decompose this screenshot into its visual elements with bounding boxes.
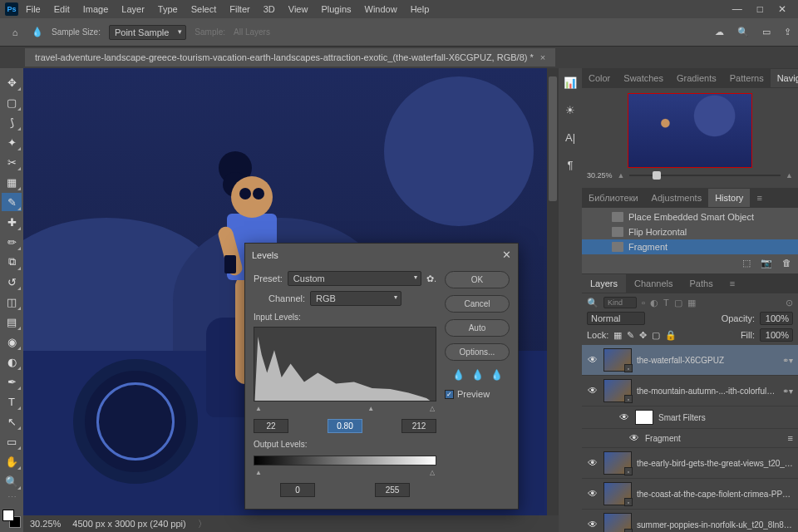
auto-button[interactable]: Auto [445,319,510,337]
gray-eyedropper-icon[interactable]: 💧 [471,369,484,381]
shape-tool[interactable]: ▭ [2,432,22,451]
tab-color[interactable]: Color [582,69,617,87]
crop-tool[interactable]: ✂ [2,153,22,171]
zoom-level[interactable]: 30.25% [30,519,61,529]
new-snapshot-icon[interactable]: ⬚ [742,258,751,268]
layer-row[interactable]: 👁 ▫ the-waterfall-X6CGPUZ ⚭▾ [582,345,798,376]
history-item[interactable]: Fragment [582,239,798,254]
window-minimize[interactable]: — [732,3,742,15]
paragraph-icon[interactable]: ¶ [568,159,574,171]
menu-edit[interactable]: Edit [48,2,76,17]
home-icon[interactable]: ⌂ [7,24,23,41]
cancel-button[interactable]: Cancel [445,295,510,313]
blend-mode-dropdown[interactable]: Normal [587,312,645,325]
eyedropper-tool[interactable]: ✎ [2,193,22,211]
tab-adjustments[interactable]: Adjustments [645,189,709,207]
visibility-icon[interactable]: 👁 [618,411,630,423]
channel-dropdown[interactable]: RGB [310,291,401,306]
filter-image-icon[interactable]: ▫ [642,298,645,308]
tab-gradients[interactable]: Gradients [670,69,723,87]
lasso-tool[interactable]: ⟆ [2,113,22,131]
out-black-slider[interactable]: ▲ [255,469,262,476]
tab-patterns[interactable]: Patterns [723,69,771,87]
gear-icon[interactable]: ✿. [426,273,436,284]
filter-kind-dropdown[interactable]: Kind [603,297,637,308]
document-tab[interactable]: travel-adventure-landscape-greece-touris… [25,48,555,66]
frame-tool[interactable]: ▦ [2,173,22,191]
filter-smart-icon[interactable]: ▦ [687,298,696,308]
black-point-slider[interactable]: ▲ [255,405,262,412]
tab-navigator[interactable]: Navigator [771,69,798,87]
white-point-slider[interactable]: △ [430,405,435,412]
tab-channels[interactable]: Channels [626,274,681,293]
menu-layer[interactable]: Layer [116,2,150,17]
adjustments-icon[interactable]: ☀ [565,104,575,116]
preset-dropdown[interactable]: Custom [288,271,421,286]
blur-tool[interactable]: ◉ [2,332,22,351]
window-close[interactable]: ✕ [778,3,786,15]
layer-filter-item[interactable]: 👁 Fragment ≡ [582,429,798,448]
menu-file[interactable]: File [20,2,47,17]
filter-settings-icon[interactable]: ≡ [788,433,793,443]
wand-tool[interactable]: ✦ [2,133,22,151]
tab-libraries[interactable]: Библиотеки [582,189,645,207]
tab-swatches[interactable]: Swatches [617,69,670,87]
lock-trans-icon[interactable]: ▦ [613,330,622,341]
nav-zoom-pct[interactable]: 30.25% [587,171,613,180]
stamp-tool[interactable]: ⧉ [2,253,22,271]
vertical-scrollbar[interactable] [547,68,559,515]
close-icon[interactable]: ✕ [502,249,511,261]
camera-icon[interactable]: 📷 [761,258,772,268]
hand-tool[interactable]: ✋ [2,452,22,470]
trash-icon[interactable]: 🗑 [782,258,791,268]
opacity-input[interactable]: 100% [760,312,793,325]
menu-select[interactable]: Select [185,2,223,17]
visibility-icon[interactable]: 👁 [587,488,598,500]
tab-paths[interactable]: Paths [682,274,722,293]
dialog-titlebar[interactable]: Levels ✕ [245,244,518,266]
visibility-icon[interactable]: 👁 [628,432,640,444]
white-eyedropper-icon[interactable]: 💧 [490,369,503,381]
status-arrow-icon[interactable]: 〉 [198,518,207,530]
output-black-field[interactable] [280,483,315,497]
zoom-in-icon[interactable]: ▲ [786,171,793,180]
fill-input[interactable]: 100% [760,328,793,342]
link-icon[interactable]: ⚭▾ [782,387,793,396]
output-gradient[interactable] [254,456,436,466]
eraser-tool[interactable]: ◫ [2,293,22,311]
window-maximize[interactable]: □ [757,3,763,15]
layer-row[interactable]: 👁 ▫ summer-poppies-in-norfolk-uk_t20_8ln… [582,510,798,532]
marquee-tool[interactable]: ▢ [2,93,22,111]
layer-smart-filters[interactable]: 👁 Smart Filters [582,406,798,429]
lock-nest-icon[interactable]: ▢ [652,330,660,341]
character-icon[interactable]: A| [565,131,575,144]
menu-window[interactable]: Window [359,2,403,17]
search-icon[interactable]: 🔍 [737,27,749,37]
input-white-field[interactable] [401,419,436,433]
history-item[interactable]: Place Embedded Smart Object [582,209,798,224]
path-tool[interactable]: ↖ [2,412,22,431]
visibility-icon[interactable]: 👁 [587,385,598,397]
link-icon[interactable]: ⚭▾ [782,356,793,365]
preview-checkbox[interactable]: ✓ [445,390,454,399]
gamma-slider[interactable]: ▲ [367,405,374,412]
menu-type[interactable]: Type [152,2,184,17]
gradient-tool[interactable]: ▤ [2,313,22,331]
lock-all-icon[interactable]: 🔒 [665,330,677,341]
out-white-slider[interactable]: △ [430,469,435,476]
workspace-icon[interactable]: ▭ [762,27,771,37]
pen-tool[interactable]: ✒ [2,372,22,391]
share-icon[interactable]: ⇪ [784,27,791,37]
filter-type-icon[interactable]: T [663,298,669,308]
navigator-thumb[interactable] [628,93,752,168]
menu-help[interactable]: Help [405,2,436,17]
panel-menu-icon[interactable]: ≡ [750,189,768,207]
menu-3d[interactable]: 3D [258,2,281,17]
tab-layers[interactable]: Layers [582,274,626,293]
input-gamma-field[interactable] [328,419,362,433]
tab-history[interactable]: History [708,189,750,207]
panel-menu-icon[interactable]: ≡ [722,274,743,293]
close-tab-icon[interactable]: × [540,52,545,62]
type-tool[interactable]: T [2,392,22,411]
visibility-icon[interactable]: 👁 [587,354,598,366]
